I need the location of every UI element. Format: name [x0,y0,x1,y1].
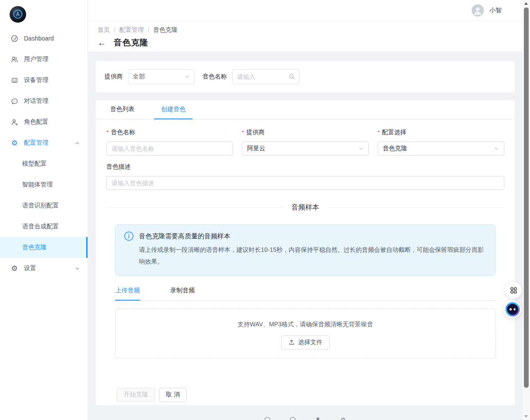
chat-icon [10,97,18,105]
tab-create-voice-label: 创建音色 [161,105,186,113]
voice-name-group: * 音色名称 [106,129,233,156]
tab-voice-list[interactable]: 音色列表 [103,100,142,119]
tab-record-audio-label: 录制音频 [170,287,195,294]
sidebar-subitem-asr-config[interactable]: 语音识别配置 [0,195,88,216]
form-row: * 音色名称 * 提供商 阿里云 [106,129,504,156]
avatar [472,4,484,17]
description-label: 音色描述 [106,163,131,171]
voice-name-filter-field [232,69,300,84]
create-voice-form: * 音色名称 * 提供商 阿里云 [96,119,515,402]
quick-apps-button[interactable] [505,282,522,298]
search-icon[interactable] [289,74,295,80]
info-alert: 音色克隆需要高质量的音频样本 请上传或录制一段清晰的语音样本，建议时长10-15… [115,224,496,276]
divider-line [327,207,504,208]
tab-upload-audio-label: 上传音频 [115,287,140,294]
chevron-up-icon [75,141,80,146]
sidebar-item-settings[interactable]: ⚙ 设置 [0,258,88,279]
required-asterisk: * [378,129,380,136]
sidebar-subitem-label: 语音合成配置 [22,223,59,230]
divider-title: 音频样本 [291,203,319,212]
chevron-down-icon [358,146,364,151]
alert-head: 音色克隆需要高质量的音频样本 [124,231,486,241]
sidebar-subitem-voice-clone[interactable]: 音色克隆 [0,237,88,258]
sidebar: Dashboard 用户管理 设备管理 [0,0,88,420]
description-group: 音色描述 [106,163,504,190]
sidebar-item-chat-mgmt[interactable]: 对话管理 [0,91,88,112]
provider-filter-value: 全部 [133,73,145,81]
tabs-bar: 音色列表 创建音色 [96,100,515,119]
tab-create-voice[interactable]: 创建音色 [154,100,192,119]
device-icon [10,76,18,84]
breadcrumb-home[interactable]: 首页 [98,26,110,34]
main-area: 小智 首页 / 配置管理 / 音色克隆 ← 音色克隆 提供商 全部 [88,0,523,420]
config-select-value: 音色克隆 [383,145,407,152]
config-select[interactable]: 音色克隆 [378,142,504,156]
cancel-button[interactable]: 取 消 [159,388,187,402]
user-plus-icon [10,118,18,126]
provider-label: 提供商 [246,129,265,136]
breadcrumb: 首页 / 配置管理 / 音色克隆 [98,26,523,34]
screen: Dashboard 用户管理 设备管理 [0,0,530,420]
voice-clone-card: 音色列表 创建音色 * 音色名称 [96,100,515,405]
description-input[interactable] [106,176,504,190]
voice-name-filter-input[interactable] [237,73,286,80]
config-label: 配置选择 [382,129,406,136]
chevron-down-icon [185,74,190,79]
voice-name-input[interactable] [106,142,233,156]
gear-icon: ⚙ [10,264,18,272]
sidebar-item-label: 用户管理 [24,55,48,63]
person-icon [472,4,484,17]
sidebar-item-dashboard[interactable]: Dashboard [0,28,88,49]
content: 提供商 全部 音色名称 [88,51,523,420]
assistant-robot-button[interactable] [504,301,521,318]
dashboard-icon [10,34,18,42]
users-icon [10,55,18,63]
breadcrumb-bar: 首页 / 配置管理 / 音色克隆 ← 音色克隆 [88,21,523,51]
choose-file-label: 选择文件 [298,339,323,346]
config-group: * 配置选择 音色克隆 [378,129,504,156]
back-arrow-icon[interactable]: ← [98,38,106,47]
config-label-row: * 配置选择 [378,129,504,136]
sidebar-item-label: 配置管理 [24,139,48,147]
sidebar-item-label: 角色配置 [24,118,48,126]
start-clone-button[interactable]: 开始克隆 [117,388,155,402]
sidebar-item-config-mgmt[interactable]: ⚙ 配置管理 [0,132,88,153]
sidebar-subitem-model-config[interactable]: 模型配置 [0,153,88,174]
vertical-scrollbar[interactable] [523,0,530,420]
required-asterisk: * [242,129,244,136]
chevron-down-icon [75,266,80,271]
footer-chat-icon[interactable] [264,416,271,420]
gear-icon: ⚙ [10,139,18,147]
upload-dropzone[interactable]: 支持WAV、MP3格式，请确保音频清晰无背景噪音 选择文件 [115,308,496,359]
scrollbar-down-arrow[interactable] [524,415,528,418]
provider-filter-label: 提供商 [105,73,123,81]
sidebar-subitem-tts-config[interactable]: 语音合成配置 [0,216,88,237]
required-asterisk: * [106,129,108,136]
breadcrumb-section[interactable]: 配置管理 [119,26,144,34]
footer-links [264,416,347,420]
footer-gear-icon[interactable] [340,416,347,420]
sidebar-item-role-config[interactable]: 角色配置 [0,112,88,132]
app-logo[interactable] [0,0,88,28]
grid-dots-icon [510,286,518,295]
footer-circle-icon[interactable] [289,416,297,420]
scrollbar-up-arrow[interactable] [524,2,528,5]
user-menu[interactable]: 小智 [472,4,502,17]
sidebar-item-device-mgmt[interactable]: 设备管理 [0,70,88,91]
choose-file-button[interactable]: 选择文件 [281,335,330,349]
sidebar-subitem-agent-mgmt[interactable]: 智能体管理 [0,174,88,195]
divider-line [106,207,284,208]
provider-select[interactable]: 阿里云 [242,142,368,156]
voice-name-filter-label: 音色名称 [203,73,227,81]
tab-voice-list-label: 音色列表 [110,105,135,113]
sidebar-item-user-mgmt[interactable]: 用户管理 [0,49,88,70]
robot-face-icon [505,302,520,317]
tab-record-audio[interactable]: 录制音频 [170,287,195,301]
filter-card: 提供商 全部 音色名称 [96,61,515,92]
provider-filter-select[interactable]: 全部 [128,69,195,84]
voice-name-label: 音色名称 [111,129,135,136]
provider-group: * 提供商 阿里云 [242,129,368,156]
footer-person-icon[interactable] [314,416,322,420]
scrollbar-thumb[interactable] [524,7,529,388]
tab-upload-audio[interactable]: 上传音频 [115,287,140,301]
